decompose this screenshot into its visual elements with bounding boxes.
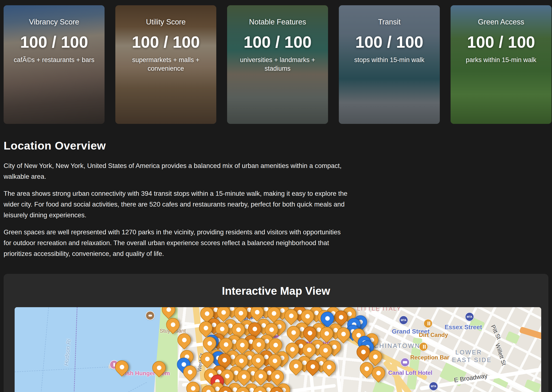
card-score: 100 / 100 (467, 30, 535, 54)
location-overview-section: Location Overview City of New York, New … (4, 139, 350, 265)
score-card-row: Vibrancy Score 100 / 100 cafÃ©s + restau… (4, 5, 552, 124)
score-card-notable-features: Notable Features 100 / 100 universities … (227, 5, 328, 124)
map-label: EAST SIDE (452, 357, 492, 364)
viewpoint-icon (146, 311, 155, 320)
overview-paragraph: The area shows strong urban connectivity… (4, 188, 350, 220)
card-score: 100 / 100 (132, 30, 200, 54)
card-score: 100 / 100 (355, 30, 423, 54)
map-canvas[interactable]: Hudson RiStuyvesantWest StIrish Hunger M… (15, 307, 541, 392)
card-score: 100 / 100 (20, 30, 88, 54)
card-caption: universities + landmarks + stadiums (237, 56, 318, 73)
card-title: Vibrancy Score (29, 18, 79, 26)
card-caption: supermarkets + malls + convenience (125, 56, 207, 73)
card-title: Notable Features (249, 18, 306, 26)
score-card-green-access: Green Access 100 / 100 parks within 15-m… (451, 5, 552, 124)
map-label: LITTLE ITALY (357, 307, 401, 312)
page-title: Location Overview (4, 139, 350, 152)
map-panel: Interactive Map View Hudson RiStuyvesant… (4, 274, 548, 392)
map-label: LOWER (455, 349, 482, 356)
card-title: Transit (378, 18, 401, 26)
restaurant-icon (419, 342, 428, 351)
hotel-bed-icon (401, 358, 409, 367)
restaurant-icon (423, 319, 433, 328)
score-card-transit: Transit 100 / 100 stops within 15-min wa… (339, 5, 440, 124)
card-caption: cafÃ©s + restaurants + bars (14, 56, 94, 64)
score-card-vibrancy: Vibrancy Score 100 / 100 cafÃ©s + restau… (4, 5, 105, 124)
map-label: Dirt Candy (419, 332, 448, 338)
map-section-title: Interactive Map View (4, 274, 548, 297)
card-caption: stops within 15-min walk (354, 56, 424, 64)
map-label: Canal Loft Hotel (388, 370, 432, 376)
overview-paragraph: Green spaces are well represented with 1… (4, 227, 350, 259)
score-card-utility: Utility Score 100 / 100 supermarkets + m… (115, 5, 216, 124)
subway-mta-icon: MTA (429, 382, 438, 391)
card-title: Utility Score (146, 18, 186, 26)
card-score: 100 / 100 (244, 30, 312, 54)
map-label: Essex Street (444, 323, 482, 331)
map-label: CHINATOWN (374, 342, 420, 350)
map-label: Reception Bar (410, 354, 449, 361)
subway-mta-icon: MTA (399, 315, 408, 325)
hudson-river-water (15, 307, 161, 392)
subway-mta-icon: MTA (465, 312, 474, 321)
card-title: Green Access (478, 18, 524, 26)
overview-paragraph: City of New York, New York, United State… (4, 160, 350, 182)
card-caption: parks within 15-min walk (466, 56, 536, 64)
